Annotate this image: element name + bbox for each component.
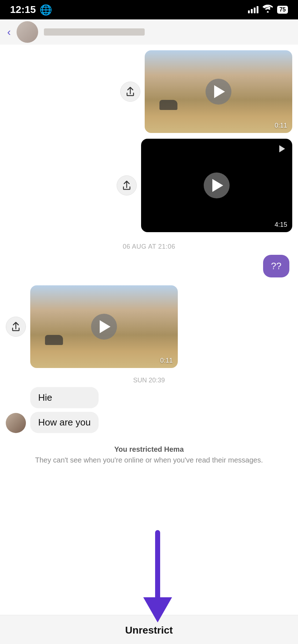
play-button-3[interactable]	[91, 314, 117, 340]
chat-area: 0:11 4:15 06 AUG AT 21:06	[0, 45, 298, 644]
unrestrict-bar[interactable]: Unrestrict	[0, 615, 298, 644]
recv-bubble-1: Hie	[30, 387, 99, 408]
nav-bar: ‹	[0, 19, 298, 45]
share-button-2[interactable]	[117, 175, 137, 196]
recv-bubble-2: How are you	[30, 412, 99, 433]
restrict-notice-bold: You restricted Hema	[114, 445, 184, 453]
video-message-3: 0:11	[0, 285, 298, 368]
user-name-bar	[44, 28, 145, 36]
video-message-2: 4:15	[0, 139, 298, 232]
battery-icon: 75	[277, 6, 288, 14]
back-button[interactable]: ‹	[7, 26, 11, 38]
video-thumb-3[interactable]: 0:11	[30, 285, 178, 368]
sender-avatar	[6, 413, 26, 433]
video-message-1: 0:11	[0, 50, 298, 133]
video-thumb-1[interactable]: 0:11	[145, 50, 292, 133]
user-avatar[interactable]	[17, 21, 38, 43]
received-bubbles: Hie How are you	[30, 387, 99, 433]
svg-marker-0	[143, 597, 172, 622]
share-icon-2	[122, 180, 131, 190]
video-duration-2: 4:15	[275, 221, 287, 229]
signal-icon	[248, 6, 258, 13]
wifi-icon	[263, 5, 273, 15]
battery-label: 75	[279, 6, 286, 13]
play-button-small-2[interactable]	[276, 143, 288, 155]
received-messages-row: Hie How are you	[0, 387, 298, 433]
arrow-annotation	[136, 529, 179, 625]
share-button-3[interactable]	[6, 317, 26, 337]
timestamp-divider-2: SUN 20:39	[0, 372, 298, 387]
share-icon-1	[126, 87, 135, 97]
share-icon-3	[12, 322, 20, 332]
sent-bubble: ??	[263, 255, 289, 277]
status-icons: 75	[248, 5, 288, 15]
sent-message-row: ??	[0, 255, 298, 277]
play-button-1[interactable]	[206, 79, 231, 105]
video-thumb-2[interactable]: 4:15	[141, 139, 292, 232]
share-button-1[interactable]	[120, 82, 140, 102]
status-bar: 12:15 🌐 75	[0, 0, 298, 19]
timestamp-divider-1: 06 AUG AT 21:06	[0, 236, 298, 255]
video-duration-1: 0:11	[275, 122, 287, 129]
time-label: 12:15	[10, 4, 36, 15]
restrict-notice-body: They can't see when you're online or whe…	[35, 456, 263, 464]
status-time: 12:15 🌐	[10, 4, 52, 16]
globe-icon: 🌐	[40, 4, 52, 16]
unrestrict-button-label[interactable]: Unrestrict	[125, 625, 173, 636]
video-duration-3: 0:11	[160, 357, 173, 364]
play-button-2[interactable]	[204, 172, 230, 198]
restrict-notice: You restricted Hema They can't see when …	[0, 437, 298, 469]
